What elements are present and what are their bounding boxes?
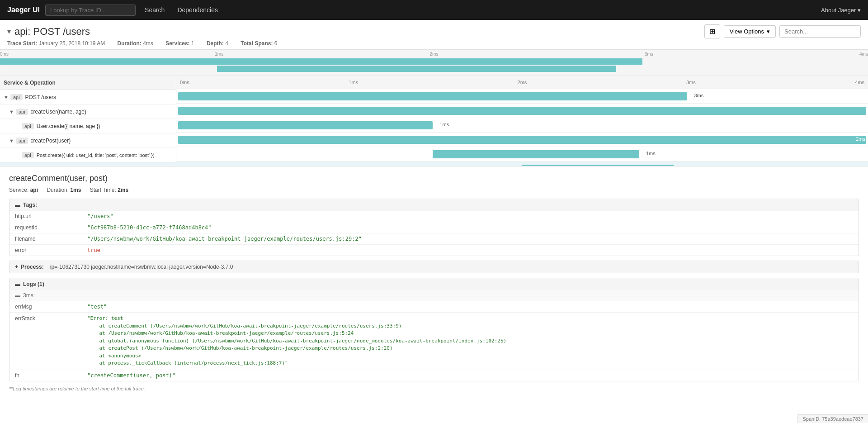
gantt-row-6: 1ms xyxy=(176,162,868,166)
log-key-errmsg: errMsg xyxy=(9,301,82,313)
column-headers: Service & Operation xyxy=(0,76,176,90)
process-section-header[interactable]: + Process: ip=-1062731730 jaeger.hostnam… xyxy=(9,261,859,273)
log-val-fn: "createComment(user, post)" xyxy=(82,370,859,381)
navbar-brand: Jaeger UI xyxy=(7,6,40,14)
log-time-header[interactable]: ▬ 3ms: xyxy=(9,290,859,301)
services-value: 1 xyxy=(191,40,194,47)
trace-title-row: ▾ api: POST /users ⊞ View Options ▾ xyxy=(7,24,861,38)
footnote: **Log timestamps are relative to the sta… xyxy=(9,386,859,391)
trace-lookup-input[interactable] xyxy=(45,5,136,16)
mini-label-4ms: 4ms xyxy=(859,52,868,57)
operation-4: createPost(user) xyxy=(31,138,71,144)
expand-icon-2[interactable]: ▼ xyxy=(9,109,14,114)
span-id-footer: SpanID: 75a39aedeae7837 xyxy=(797,414,868,423)
service-badge-4: api xyxy=(16,138,28,144)
span-row-1[interactable]: ▼ api POST /users xyxy=(0,90,176,105)
log-key-fn: fn xyxy=(9,370,82,381)
log-row-errmsg: errMsg "test" xyxy=(9,301,859,313)
gantt-bar-container-1: 3ms xyxy=(178,92,866,100)
detail-service: Service: api xyxy=(9,187,38,193)
operation-3: User.create({ name, age }) xyxy=(37,123,100,129)
service-badge-2: api xyxy=(16,109,28,115)
gantt-bar-3 xyxy=(178,121,433,129)
operation-2: createUser(name, age) xyxy=(31,109,86,115)
logs-header-label: Logs (1) xyxy=(23,281,44,287)
operation-5: Post.create({ uid: user_id, title: 'post… xyxy=(37,152,155,158)
view-options-button[interactable]: View Options ▾ xyxy=(724,25,776,38)
mini-timeline: 0ms 1ms 2ms 3ms 4ms xyxy=(0,50,868,76)
expand-icon-1[interactable]: ▼ xyxy=(4,95,9,100)
logs-section: ▬ Logs (1) ▬ 3ms: errMsg "test" xyxy=(9,278,859,381)
grid-view-button[interactable]: ⊞ xyxy=(704,24,720,38)
expand-icon-4[interactable]: ▼ xyxy=(9,138,14,143)
content-area: ▾ api: POST /users ⊞ View Options ▾ Trac… xyxy=(0,20,868,423)
mini-timeline-bars xyxy=(0,57,868,74)
dependencies-nav-button[interactable]: Dependencies xyxy=(174,5,222,15)
tag-val-filename: "/Users/nswbmw/work/GitHub/koa-await-bre… xyxy=(82,233,859,245)
gantt-bar-container-5: 1ms xyxy=(178,150,866,158)
gantt-bar-5 xyxy=(433,150,639,158)
span-row-6[interactable]: ⊘ api createComment(user, post) xyxy=(0,162,176,166)
detail-start-time: Start Time: 2ms xyxy=(90,187,128,193)
trace-title-actions: ⊞ View Options ▾ xyxy=(704,24,861,38)
spans-gantt-container: Service & Operation ▼ api POST /users ▼ … xyxy=(0,76,868,166)
gantt-bar-4 xyxy=(178,136,866,144)
log-val-errmsg: "test" xyxy=(82,301,859,313)
log-val-errstack: "Error: test at createComment (/Users/ns… xyxy=(82,313,859,370)
page-title: api: POST /users xyxy=(14,26,90,38)
logs-content: ▬ 3ms: errMsg "test" errStack "Error: te… xyxy=(9,290,859,381)
process-header-label: Process: xyxy=(21,264,44,270)
trace-chevron-icon[interactable]: ▾ xyxy=(7,27,11,36)
detail-title: createComment(user, post) xyxy=(9,174,859,183)
detail-service-value: api xyxy=(30,187,38,193)
navbar-left: Jaeger UI Search Dependencies xyxy=(7,5,222,16)
trace-search-input[interactable] xyxy=(779,25,861,38)
detail-duration-value: 1ms xyxy=(70,187,81,193)
log-row-errstack: errStack "Error: test at createComment (… xyxy=(9,313,859,370)
gantt-bar-container-3: 1ms xyxy=(178,121,866,129)
tags-header-label: Tags: xyxy=(23,202,37,208)
mini-bar-1 xyxy=(0,58,642,65)
log-time-label: 3ms: xyxy=(23,292,35,299)
span-row-2[interactable]: ▼ api createUser(name, age) xyxy=(0,105,176,119)
total-spans-value: 6 xyxy=(274,40,278,47)
span-row-5[interactable]: api Post.create({ uid: user_id, title: '… xyxy=(0,148,176,162)
gantt-bar-label-5: 1ms xyxy=(646,151,656,156)
mini-label-0ms: 0ms xyxy=(0,52,9,57)
gantt-bar-1 xyxy=(178,92,687,100)
view-options-chevron-icon: ▾ xyxy=(767,28,770,35)
tags-content: http.url "/users" requestId "6cf987b8-52… xyxy=(9,211,859,256)
process-section: + Process: ip=-1062731730 jaeger.hostnam… xyxy=(9,261,859,273)
logs-table: errMsg "test" errStack "Error: test at c… xyxy=(9,301,859,381)
tags-collapse-icon: ▬ xyxy=(15,202,20,208)
about-jaeger-button[interactable]: About Jaeger ▾ xyxy=(821,7,861,14)
operation-1: POST /users xyxy=(25,94,56,100)
service-badge-1: api xyxy=(10,94,23,100)
trace-services: Services: 1 xyxy=(165,40,201,47)
gantt-label-3: 3ms xyxy=(686,80,696,85)
gantt-bar-2 xyxy=(178,107,866,115)
depth-label: Depth: xyxy=(207,40,224,47)
log-collapse-icon: ▬ xyxy=(15,292,20,299)
service-badge-3: api xyxy=(22,123,34,129)
tags-section: ▬ Tags: http.url "/users" requestId "6c xyxy=(9,199,859,256)
tag-key-httpurl: http.url xyxy=(9,211,82,222)
duration-label: Duration: xyxy=(118,40,142,47)
mini-label-1ms: 1ms xyxy=(215,52,223,57)
view-options-label: View Options xyxy=(730,28,764,35)
span-row-4[interactable]: ▼ api createPost(user) xyxy=(0,133,176,148)
span-row-3[interactable]: api User.create({ name, age }) xyxy=(0,119,176,133)
services-label: Services: xyxy=(165,40,189,47)
spans-list: Service & Operation ▼ api POST /users ▼ … xyxy=(0,76,176,166)
search-nav-button[interactable]: Search xyxy=(141,5,168,15)
tags-table: http.url "/users" requestId "6cf987b8-52… xyxy=(9,211,859,256)
tag-row-httpurl: http.url "/users" xyxy=(9,211,859,222)
tags-section-header[interactable]: ▬ Tags: xyxy=(9,199,859,211)
process-inline-values: ip=-1062731730 jaeger.hostname=nswbmw.lo… xyxy=(50,264,233,270)
trace-depth: Depth: 4 xyxy=(207,40,235,47)
trace-title: ▾ api: POST /users xyxy=(7,26,90,38)
detail-duration: Duration: 1ms xyxy=(47,187,81,193)
trace-total-spans: Total Spans: 6 xyxy=(241,40,283,47)
logs-section-header[interactable]: ▬ Logs (1) xyxy=(9,278,859,290)
tag-key-filename: filename xyxy=(9,233,82,245)
